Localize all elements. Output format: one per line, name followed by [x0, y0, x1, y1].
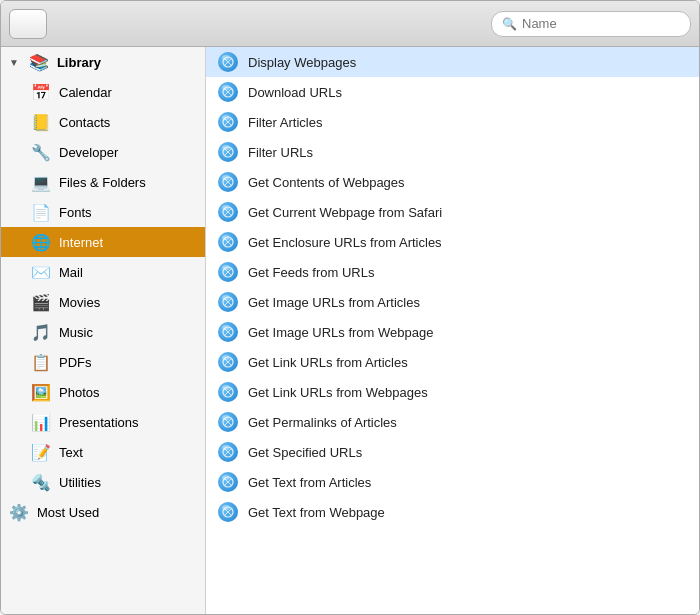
action-label: Filter Articles [248, 115, 322, 130]
action-icon [218, 412, 238, 432]
developer-label: Developer [59, 145, 118, 160]
action-label: Get Link URLs from Articles [248, 355, 408, 370]
internet-label: Internet [59, 235, 103, 250]
utilities-label: Utilities [59, 475, 101, 490]
sidebar: ▼📚Library📅Calendar📒Contacts🔧Developer💻Fi… [1, 47, 206, 614]
mail-label: Mail [59, 265, 83, 280]
toolbar: 🔍 [1, 1, 699, 47]
action-item[interactable]: Get Link URLs from Articles [206, 347, 699, 377]
movies-label: Movies [59, 295, 100, 310]
internet-icon: 🌐 [31, 232, 51, 252]
action-label: Get Permalinks of Articles [248, 415, 397, 430]
sidebar-item-fonts[interactable]: 📄Fonts [1, 197, 205, 227]
developer-icon: 🔧 [31, 142, 51, 162]
action-icon [218, 442, 238, 462]
search-bar: 🔍 [491, 11, 691, 37]
sidebar-item-developer[interactable]: 🔧Developer [1, 137, 205, 167]
mostused-label: Most Used [37, 505, 99, 520]
action-label: Download URLs [248, 85, 342, 100]
action-item[interactable]: Filter Articles [206, 107, 699, 137]
action-item[interactable]: Get Text from Articles [206, 467, 699, 497]
sidebar-item-calendar[interactable]: 📅Calendar [1, 77, 205, 107]
files-label: Files & Folders [59, 175, 146, 190]
action-icon [218, 322, 238, 342]
movies-icon: 🎬 [31, 292, 51, 312]
action-label: Get Text from Webpage [248, 505, 385, 520]
action-item[interactable]: Get Image URLs from Webpage [206, 317, 699, 347]
sidebar-item-library[interactable]: ▼📚Library [1, 47, 205, 77]
calendar-label: Calendar [59, 85, 112, 100]
pdfs-icon: 📋 [31, 352, 51, 372]
action-icon [218, 382, 238, 402]
action-icon [218, 82, 238, 102]
action-label: Get Text from Articles [248, 475, 371, 490]
sidebar-item-files[interactable]: 💻Files & Folders [1, 167, 205, 197]
action-icon [218, 202, 238, 222]
contacts-label: Contacts [59, 115, 110, 130]
mail-icon: ✉️ [31, 262, 51, 282]
sidebar-item-pdfs[interactable]: 📋PDFs [1, 347, 205, 377]
tab-actions[interactable] [9, 9, 47, 39]
action-icon [218, 112, 238, 132]
presentations-icon: 📊 [31, 412, 51, 432]
sidebar-item-text[interactable]: 📝Text [1, 437, 205, 467]
action-item[interactable]: Get Feeds from URLs [206, 257, 699, 287]
action-item[interactable]: Display Webpages [206, 47, 699, 77]
action-icon [218, 52, 238, 72]
action-icon [218, 502, 238, 522]
sidebar-item-mail[interactable]: ✉️Mail [1, 257, 205, 287]
action-item[interactable]: Get Permalinks of Articles [206, 407, 699, 437]
pdfs-label: PDFs [59, 355, 92, 370]
action-icon [218, 352, 238, 372]
search-input[interactable] [522, 16, 680, 31]
action-item[interactable]: Filter URLs [206, 137, 699, 167]
fonts-icon: 📄 [31, 202, 51, 222]
action-icon [218, 232, 238, 252]
app-window: 🔍 ▼📚Library📅Calendar📒Contacts🔧Developer💻… [0, 0, 700, 615]
photos-label: Photos [59, 385, 99, 400]
action-item[interactable]: Get Specified URLs [206, 437, 699, 467]
action-icon [218, 292, 238, 312]
action-label: Get Image URLs from Articles [248, 295, 420, 310]
sidebar-item-music[interactable]: 🎵Music [1, 317, 205, 347]
sidebar-item-mostused[interactable]: ⚙️Most Used [1, 497, 205, 527]
action-item[interactable]: Get Current Webpage from Safari [206, 197, 699, 227]
action-item[interactable]: Get Image URLs from Articles [206, 287, 699, 317]
mostused-icon: ⚙️ [9, 502, 29, 522]
content-list: Display WebpagesDownload URLsFilter Arti… [206, 47, 699, 614]
action-label: Get Link URLs from Webpages [248, 385, 428, 400]
presentations-label: Presentations [59, 415, 139, 430]
action-label: Get Enclosure URLs from Articles [248, 235, 442, 250]
action-label: Get Contents of Webpages [248, 175, 405, 190]
sidebar-item-contacts[interactable]: 📒Contacts [1, 107, 205, 137]
action-icon [218, 262, 238, 282]
tab-variables[interactable] [53, 9, 91, 39]
text-icon: 📝 [31, 442, 51, 462]
sidebar-item-movies[interactable]: 🎬Movies [1, 287, 205, 317]
action-item[interactable]: Download URLs [206, 77, 699, 107]
photos-icon: 🖼️ [31, 382, 51, 402]
action-item[interactable]: Get Contents of Webpages [206, 167, 699, 197]
music-label: Music [59, 325, 93, 340]
sidebar-item-internet[interactable]: 🌐Internet [1, 227, 205, 257]
sidebar-item-photos[interactable]: 🖼️Photos [1, 377, 205, 407]
search-icon: 🔍 [502, 17, 517, 31]
sidebar-item-utilities[interactable]: 🔩Utilities [1, 467, 205, 497]
calendar-icon: 📅 [31, 82, 51, 102]
action-item[interactable]: Get Enclosure URLs from Articles [206, 227, 699, 257]
action-label: Get Feeds from URLs [248, 265, 374, 280]
action-label: Get Current Webpage from Safari [248, 205, 442, 220]
sidebar-item-presentations[interactable]: 📊Presentations [1, 407, 205, 437]
files-icon: 💻 [31, 172, 51, 192]
contacts-icon: 📒 [31, 112, 51, 132]
action-icon [218, 172, 238, 192]
action-label: Display Webpages [248, 55, 356, 70]
music-icon: 🎵 [31, 322, 51, 342]
action-label: Filter URLs [248, 145, 313, 160]
action-item[interactable]: Get Link URLs from Webpages [206, 377, 699, 407]
action-label: Get Image URLs from Webpage [248, 325, 433, 340]
fonts-label: Fonts [59, 205, 92, 220]
library-triangle[interactable]: ▼ [9, 57, 19, 68]
action-item[interactable]: Get Text from Webpage [206, 497, 699, 527]
utilities-icon: 🔩 [31, 472, 51, 492]
